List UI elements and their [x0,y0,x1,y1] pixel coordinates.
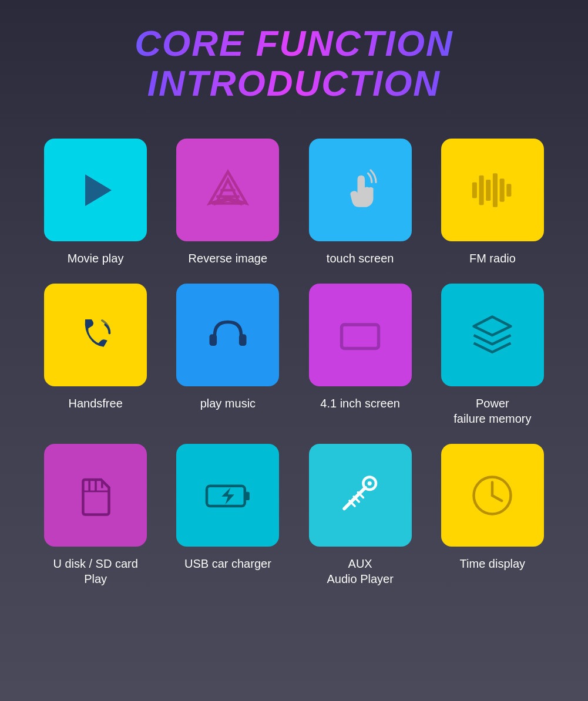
touch-screen-icon-box [309,139,412,241]
svg-point-24 [368,481,372,486]
feature-handsfree: Handsfree [44,284,147,426]
handsfree-icon-box [44,284,147,386]
svg-rect-6 [472,182,477,198]
feature-time-display: Time display [441,444,544,587]
feature-fm-radio: FM radio [441,139,544,266]
feature-touch-screen: touch screen [309,139,412,266]
inch-screen-icon-box [309,284,412,386]
handsfree-label: Handsfree [68,396,122,411]
phone-icon [69,309,122,362]
play-music-label: play music [200,396,256,411]
aux-audio-icon-box [309,444,412,547]
layers-icon [466,309,519,362]
svg-rect-9 [493,173,498,207]
feature-play-music: play music [176,284,279,426]
features-grid: Movie play Reverse image [0,115,588,610]
page-title: CORE FUNCTION INTRODUCTION [0,0,588,115]
play-icon [69,164,122,217]
svg-rect-13 [239,334,247,346]
svg-rect-8 [486,180,491,201]
svg-marker-0 [85,174,112,206]
feature-inch-screen: 4.1 inch screen [309,284,412,426]
screen-icon [334,309,387,362]
svg-rect-7 [479,176,484,205]
feature-usb-charger: USB car charger [176,444,279,587]
sdcard-icon [69,469,122,522]
play-music-icon-box [176,284,279,386]
fm-radio-label: FM radio [469,251,516,266]
time-display-label: Time display [460,556,526,571]
usb-charger-label: USB car charger [184,556,271,571]
svg-rect-11 [507,184,512,197]
touch-icon [334,164,387,217]
svg-rect-21 [245,492,250,500]
feature-aux-audio: AUX Audio Player [309,444,412,587]
inch-screen-label: 4.1 inch screen [320,396,400,411]
u-disk-icon-box [44,444,147,547]
fm-radio-icon-box [441,139,544,241]
power-failure-icon-box [441,284,544,386]
charger-icon [201,469,254,522]
touch-screen-label: touch screen [327,251,394,266]
reverse-image-icon-box [176,139,279,241]
reverse-image-label: Reverse image [189,251,268,266]
usb-charger-icon-box [176,444,279,547]
power-failure-label: Power failure memory [453,396,531,426]
feature-u-disk: U disk / SD card Play [44,444,147,587]
aux-icon [334,469,387,522]
svg-rect-14 [342,325,379,349]
movie-play-label: Movie play [68,251,124,266]
radio-icon [466,164,519,217]
feature-reverse-image: Reverse image [176,139,279,266]
music-icon [201,309,254,362]
svg-rect-12 [209,334,217,346]
svg-line-30 [492,496,502,501]
svg-marker-15 [474,316,511,335]
feature-power-failure: Power failure memory [441,284,544,426]
svg-rect-10 [500,178,505,202]
time-display-icon-box [441,444,544,547]
aux-audio-label: AUX Audio Player [327,556,393,587]
clock-icon [466,469,519,522]
movie-play-icon-box [44,139,147,241]
reverse-icon [201,164,254,217]
u-disk-label: U disk / SD card Play [53,556,137,587]
feature-movie-play: Movie play [44,139,147,266]
